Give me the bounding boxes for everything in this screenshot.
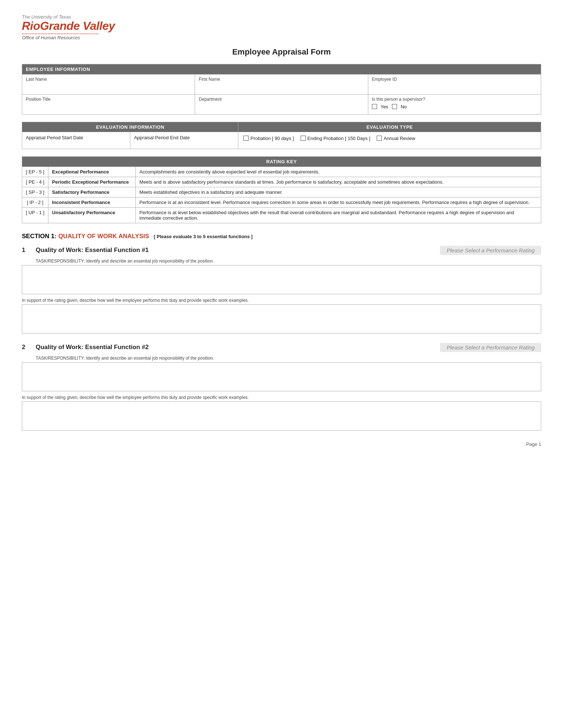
rating-row-ep: [ EP - 5 ] Exceptional Performance Accom… [22, 167, 541, 177]
function2-title: Quality of Work: Essential Function #2 [36, 344, 440, 351]
function1-task-input[interactable] [22, 265, 541, 294]
section1-colon: : [55, 233, 58, 240]
rating-code-pe: [ PE - 4 ] [22, 177, 48, 187]
position-title-label: Position Title [26, 97, 191, 102]
logo-ohr: Office of Human Resources [22, 35, 541, 40]
logo: The University of Texas RioGrande Valley… [22, 15, 541, 41]
function1-task-label: TASK/RESPONSIBILITY: Identify and descri… [36, 259, 541, 264]
function1-support-input[interactable] [22, 305, 541, 333]
page-number: Page 1 [22, 441, 541, 447]
annual-review-checkbox[interactable] [377, 136, 382, 141]
function2-title-row: 2 Quality of Work: Essential Function #2… [22, 343, 541, 352]
supervisor-label: Is this person a supervisor? [372, 97, 537, 102]
rating-code-sp: [ SP - 3 ] [22, 187, 48, 197]
start-date-input[interactable] [26, 140, 126, 146]
rating-name-pe: Periodic Exceptional Performance [48, 177, 136, 187]
ending-probation-checkbox[interactable] [301, 136, 306, 141]
eval-type-probation: Probation [ 90 days ] [243, 136, 294, 141]
function1-number: 1 [22, 247, 36, 254]
rating-desc-sp: Meets established objectives in a satisf… [136, 187, 541, 197]
form-title: Employee Appraisal Form [22, 47, 541, 57]
function-block-2: 2 Quality of Work: Essential Function #2… [22, 343, 541, 431]
logo-line2: RioGrande Valley [22, 20, 541, 32]
function2-support-input[interactable] [22, 402, 541, 430]
employee-id-input[interactable] [372, 82, 537, 87]
last-name-input[interactable] [26, 82, 191, 87]
eval-type-options: Probation [ 90 days ] Ending Probation [… [238, 132, 541, 145]
rating-code-up: [ UP - 1 ] [22, 207, 48, 223]
supervisor-yes-label: Yes [381, 104, 388, 109]
logo-divider [22, 33, 98, 34]
function1-title-row: 1 Quality of Work: Essential Function #1… [22, 246, 541, 255]
rating-name-ip: Inconsistent Performance [48, 197, 136, 207]
supervisor-no-checkbox[interactable] [392, 104, 397, 109]
function2-rating-badge[interactable]: Please Select a Performance Rating [440, 343, 541, 352]
function1-rating-badge[interactable]: Please Select a Performance Rating [440, 246, 541, 255]
start-date-label: Appraisal Period Start Date [26, 135, 126, 140]
eval-info-header: EVALUATION INFORMATION [22, 122, 238, 132]
position-title-input[interactable] [26, 102, 191, 107]
rating-name-ep: Exceptional Performance [48, 167, 136, 177]
employee-info-table: EMPLOYEE INFORMATION Last Name First Nam… [22, 64, 541, 115]
supervisor-no-label: No [401, 104, 407, 109]
rating-key-table: RATING KEY [ EP - 5 ] Exceptional Perfor… [22, 156, 541, 223]
department-input[interactable] [199, 102, 364, 107]
ending-probation-label: Ending Probation [ 150 Days ] [308, 136, 370, 141]
rating-row-sp: [ SP - 3 ] Satisfactory Performance Meet… [22, 187, 541, 197]
probation-label: Probation [ 90 days ] [250, 136, 294, 141]
rating-desc-up: Performance is at level below establishe… [136, 207, 541, 223]
section1-name: QUALITY OF WORK ANALYSIS [58, 233, 149, 240]
function1-task-textarea[interactable] [22, 265, 541, 294]
eval-type-header: EVALUATION TYPE [238, 122, 541, 132]
employee-info-header: EMPLOYEE INFORMATION [22, 64, 541, 74]
function2-support-label: In support of the rating given, describe… [22, 395, 541, 400]
first-name-label: First Name [199, 77, 364, 82]
function2-task-label: TASK/RESPONSIBILITY: Identify and descri… [36, 356, 541, 361]
function2-number: 2 [22, 344, 36, 351]
eval-left: EVALUATION INFORMATION Appraisal Period … [22, 122, 238, 149]
function-block-1: 1 Quality of Work: Essential Function #1… [22, 246, 541, 333]
probation-checkbox[interactable] [243, 136, 249, 141]
function1-support-textarea[interactable] [22, 304, 541, 333]
last-name-label: Last Name [26, 77, 191, 82]
rating-desc-ip: Performance is at an inconsistent level.… [136, 197, 541, 207]
first-name-input[interactable] [199, 82, 364, 87]
section1-num: SECTION 1 [22, 233, 55, 240]
function1-title: Quality of Work: Essential Function #1 [36, 247, 440, 254]
section1-title: SECTION 1: QUALITY OF WORK ANALYSIS [22, 233, 151, 240]
department-label: Department [199, 97, 364, 102]
section1-title-bar: SECTION 1: QUALITY OF WORK ANALYSIS [ Pl… [22, 233, 541, 240]
rating-code-ep: [ EP - 5 ] [22, 167, 48, 177]
rating-desc-ep: Accomplishments are consistently above e… [136, 167, 541, 177]
rating-name-sp: Satisfactory Performance [48, 187, 136, 197]
header: The University of Texas RioGrande Valley… [22, 15, 541, 41]
function2-task-input[interactable] [22, 363, 541, 391]
eval-type-ending-probation: Ending Probation [ 150 Days ] [301, 136, 370, 141]
rating-row-up: [ UP - 1 ] Unsatisfactory Performance Pe… [22, 207, 541, 223]
logo-line1: The University of Texas [22, 15, 541, 20]
employee-id-label: Employee ID [372, 77, 537, 82]
function1-support-label: In support of the rating given, describe… [22, 298, 541, 303]
function2-task-textarea[interactable] [22, 362, 541, 391]
eval-type-annual: Annual Review [377, 136, 415, 141]
rating-row-ip: [ IP - 2 ] Inconsistent Performance Perf… [22, 197, 541, 207]
rating-code-ip: [ IP - 2 ] [22, 197, 48, 207]
rating-name-up: Unsatisfactory Performance [48, 207, 136, 223]
eval-right: EVALUATION TYPE Probation [ 90 days ] En… [238, 122, 541, 149]
evaluation-section: EVALUATION INFORMATION Appraisal Period … [22, 122, 541, 149]
annual-review-label: Annual Review [384, 136, 415, 141]
end-date-label: Appraisal Period End Date [134, 135, 234, 140]
end-date-input[interactable] [134, 140, 234, 146]
rating-row-pe: [ PE - 4 ] Periodic Exceptional Performa… [22, 177, 541, 187]
rating-desc-pe: Meets and is above satisfactory performa… [136, 177, 541, 187]
supervisor-yes-checkbox[interactable] [372, 104, 377, 109]
function2-support-textarea[interactable] [22, 401, 541, 431]
rating-key-header: RATING KEY [22, 156, 541, 167]
section1-note: [ Please evaluate 3 to 5 essential funct… [154, 234, 253, 239]
